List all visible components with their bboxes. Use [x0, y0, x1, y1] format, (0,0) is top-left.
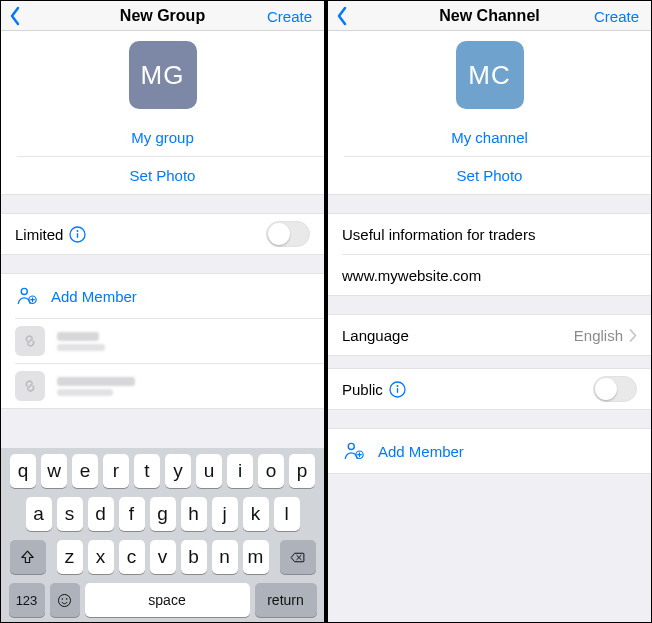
description-input[interactable]: Useful information for traders: [328, 214, 651, 254]
info-section: Useful information for traders www.myweb…: [328, 213, 651, 296]
key-delete[interactable]: [280, 540, 316, 574]
svg-point-1: [77, 230, 79, 232]
channel-name-input[interactable]: My channel: [328, 119, 651, 156]
limited-label: Limited: [15, 226, 63, 243]
limited-toggle[interactable]: [266, 221, 310, 247]
public-label: Public: [342, 381, 383, 398]
members-section: Add Member: [1, 273, 324, 409]
description-value: Useful information for traders: [342, 226, 637, 243]
settings-section: Language English: [328, 314, 651, 356]
add-member-icon: [16, 285, 38, 307]
key-q[interactable]: q: [10, 454, 36, 488]
member-row[interactable]: [1, 364, 324, 408]
website-value: www.mywebsite.com: [342, 267, 637, 284]
website-input[interactable]: www.mywebsite.com: [328, 255, 651, 295]
member-row[interactable]: [1, 319, 324, 363]
key-b[interactable]: b: [181, 540, 207, 574]
svg-rect-2: [77, 233, 78, 238]
info-icon[interactable]: [389, 381, 406, 398]
public-row[interactable]: Public: [328, 369, 651, 409]
key-c[interactable]: c: [119, 540, 145, 574]
key-w[interactable]: w: [41, 454, 67, 488]
key-r[interactable]: r: [103, 454, 129, 488]
language-row[interactable]: Language English: [328, 315, 651, 355]
add-member-label: Add Member: [51, 288, 137, 305]
nav-title: New Group: [120, 7, 205, 25]
member-avatar: [15, 326, 45, 356]
keyboard: q w e r t y u i o p a s d f g h j k l: [1, 448, 324, 622]
chevron-left-icon: [336, 6, 348, 26]
key-t[interactable]: t: [134, 454, 160, 488]
group-avatar[interactable]: MG: [129, 41, 197, 109]
member-name-blurred: [57, 377, 135, 386]
members-section: Add Member: [328, 428, 651, 474]
add-member-icon: [343, 440, 365, 462]
key-h[interactable]: h: [181, 497, 207, 531]
language-value: English: [574, 327, 623, 344]
key-d[interactable]: d: [88, 497, 114, 531]
key-j[interactable]: j: [212, 497, 238, 531]
key-shift[interactable]: [10, 540, 46, 574]
svg-point-9: [396, 385, 398, 387]
key-l[interactable]: l: [274, 497, 300, 531]
add-member-label: Add Member: [378, 443, 464, 460]
create-button[interactable]: Create: [594, 1, 639, 31]
member-sub-blurred: [57, 389, 113, 396]
key-v[interactable]: v: [150, 540, 176, 574]
svg-point-3: [21, 288, 27, 294]
key-123[interactable]: 123: [9, 583, 45, 617]
key-i[interactable]: i: [227, 454, 253, 488]
key-a[interactable]: a: [26, 497, 52, 531]
link-icon: [21, 332, 39, 350]
limited-section: Limited: [1, 213, 324, 255]
kbd-row-2: a s d f g h j k l: [4, 497, 321, 531]
group-name-input[interactable]: My group: [1, 119, 324, 156]
kbd-row-4: 123 space return: [4, 583, 321, 617]
kbd-row-3: z x c v b n m: [4, 540, 321, 574]
header-block: MC My channel Set Photo: [328, 31, 651, 195]
key-o[interactable]: o: [258, 454, 284, 488]
key-emoji[interactable]: [50, 583, 80, 617]
svg-point-11: [348, 443, 354, 449]
limited-row[interactable]: Limited: [1, 214, 324, 254]
chevron-left-icon: [9, 6, 21, 26]
delete-icon: [289, 549, 306, 566]
svg-point-6: [62, 598, 64, 600]
public-section: Public: [328, 368, 651, 410]
key-f[interactable]: f: [119, 497, 145, 531]
key-n[interactable]: n: [212, 540, 238, 574]
key-g[interactable]: g: [150, 497, 176, 531]
key-y[interactable]: y: [165, 454, 191, 488]
key-s[interactable]: s: [57, 497, 83, 531]
header-block: MG My group Set Photo: [1, 31, 324, 195]
key-u[interactable]: u: [196, 454, 222, 488]
create-button[interactable]: Create: [267, 1, 312, 31]
kbd-row-1: q w e r t y u i o p: [4, 454, 321, 488]
key-k[interactable]: k: [243, 497, 269, 531]
add-member-row[interactable]: Add Member: [1, 274, 324, 318]
channel-avatar[interactable]: MC: [456, 41, 524, 109]
key-x[interactable]: x: [88, 540, 114, 574]
key-space[interactable]: space: [85, 583, 250, 617]
key-p[interactable]: p: [289, 454, 315, 488]
key-z[interactable]: z: [57, 540, 83, 574]
back-button[interactable]: [9, 1, 21, 31]
key-return[interactable]: return: [255, 583, 317, 617]
member-avatar: [15, 371, 45, 401]
link-icon: [21, 377, 39, 395]
nav-bar: New Channel Create: [328, 1, 651, 31]
language-label: Language: [342, 327, 574, 344]
back-button[interactable]: [336, 1, 348, 31]
shift-icon: [19, 549, 36, 566]
set-photo-button[interactable]: Set Photo: [1, 157, 324, 194]
key-e[interactable]: e: [72, 454, 98, 488]
set-photo-button[interactable]: Set Photo: [328, 157, 651, 194]
nav-title: New Channel: [439, 7, 539, 25]
key-m[interactable]: m: [243, 540, 269, 574]
new-channel-screen: New Channel Create MC My channel Set Pho…: [326, 0, 652, 623]
info-icon[interactable]: [69, 226, 86, 243]
add-member-row[interactable]: Add Member: [328, 429, 651, 473]
public-toggle[interactable]: [593, 376, 637, 402]
svg-point-5: [58, 594, 70, 606]
emoji-icon: [56, 592, 73, 609]
